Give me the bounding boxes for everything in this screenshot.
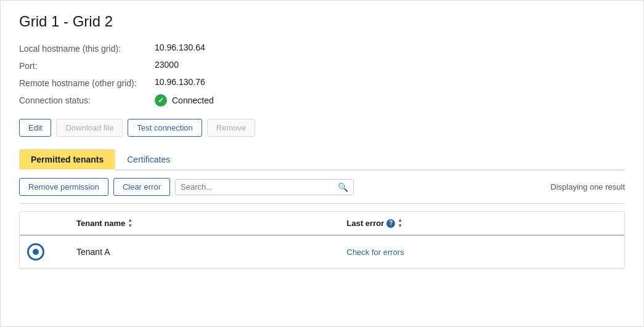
tenant-name-cell: Tenant A: [76, 247, 347, 257]
last-error-help-icon[interactable]: ?: [386, 219, 395, 228]
edit-button[interactable]: Edit: [19, 119, 51, 137]
table-row: Tenant A Check for errors: [20, 236, 624, 268]
tenant-name-sort[interactable]: ▲ ▼: [128, 218, 132, 228]
search-icon: 🔍: [338, 182, 348, 192]
port-label: Port:: [19, 60, 155, 71]
connected-check-icon: [155, 94, 167, 107]
tenant-icon: [27, 243, 44, 260]
info-grid: Local hostname (this grid): 10.96.130.64…: [19, 42, 625, 107]
action-buttons: Edit Download file Test connection Remov…: [19, 119, 625, 137]
port-value: 23000: [155, 60, 625, 71]
connection-status-value: Connected: [155, 94, 625, 107]
th-icon: [27, 218, 76, 228]
page-title: Grid 1 - Grid 2: [19, 13, 625, 30]
tab-permitted-tenants[interactable]: Permitted tenants: [19, 149, 115, 171]
table-header: Tenant name ▲ ▼ Last error ? ▲ ▼: [20, 212, 624, 236]
test-connection-button[interactable]: Test connection: [128, 119, 202, 137]
th-tenant-name: Tenant name ▲ ▼: [76, 218, 347, 228]
connection-status-label: Connection status:: [19, 94, 155, 107]
clear-error-button[interactable]: Clear error: [113, 178, 170, 196]
local-hostname-label: Local hostname (this grid):: [19, 42, 155, 54]
remove-permission-button[interactable]: Remove permission: [19, 178, 108, 196]
result-count: Displaying one result: [550, 182, 625, 192]
last-error-sort[interactable]: ▲ ▼: [397, 218, 402, 228]
tenant-last-error-cell: Check for errors: [347, 247, 618, 257]
remote-hostname-label: Remote hostname (other grid):: [19, 77, 155, 88]
connection-status-text: Connected: [172, 95, 214, 105]
search-box: 🔍: [175, 179, 354, 195]
tab-certificates[interactable]: Certificates: [115, 149, 182, 171]
local-hostname-value: 10.96.130.64: [155, 42, 625, 54]
page-container: Grid 1 - Grid 2 Local hostname (this gri…: [0, 0, 644, 327]
th-last-error: Last error ? ▲ ▼: [347, 218, 618, 228]
search-input[interactable]: [181, 182, 338, 192]
check-for-errors-link[interactable]: Check for errors: [347, 248, 404, 257]
tabs: Permitted tenants Certificates: [19, 149, 625, 171]
remote-hostname-value: 10.96.130.76: [155, 77, 625, 88]
toolbar: Remove permission Clear error 🔍 Displayi…: [19, 171, 625, 204]
remove-button[interactable]: Remove: [207, 119, 255, 137]
download-file-button: Download file: [56, 119, 123, 137]
tenant-icon-cell: [27, 243, 76, 260]
table-container: Tenant name ▲ ▼ Last error ? ▲ ▼: [19, 211, 625, 269]
tenant-icon-inner: [33, 249, 39, 255]
